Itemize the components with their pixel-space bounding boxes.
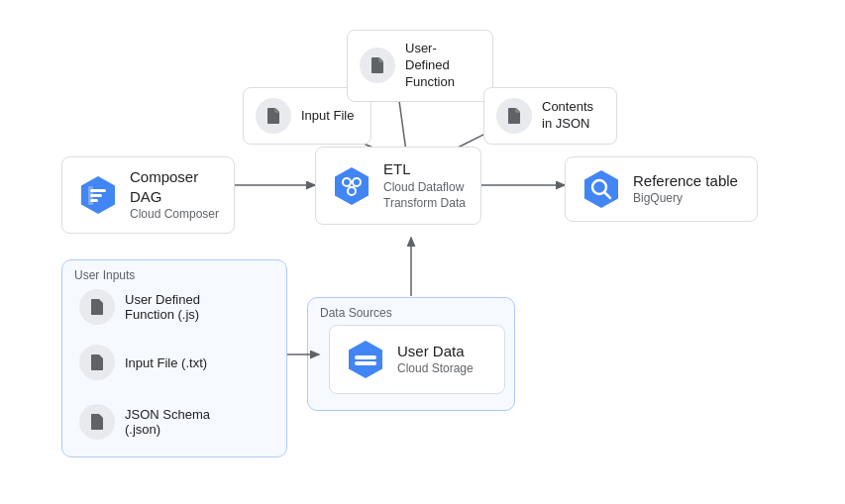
user-data-subtitle: Cloud Storage [397,360,474,377]
svg-rect-25 [355,361,376,365]
contents-json-title: Contents [542,99,593,116]
etl-subtitle2: Transform Data [383,195,466,212]
reference-table-subtitle: BigQuery [633,190,738,207]
input-file-text: Input File [301,108,354,125]
udf-title: User-Defined [405,41,480,74]
svg-rect-12 [88,186,93,205]
json-schema-line1: JSON Schema [125,407,210,422]
input-file-icon [256,98,291,134]
composer-dag-subtitle: Cloud Composer [130,206,220,223]
json-schema-text: JSON Schema (.json) [125,407,210,437]
etl-icon [330,164,373,208]
reference-table-text: Reference table BigQuery [633,171,738,207]
user-data-text: User Data Cloud Storage [397,342,474,377]
reference-table-icon [580,167,623,211]
composer-dag-icon [76,173,120,217]
user-inputs-item-2: Input File (.txt) [79,345,207,380]
udf-js-line1: User Defined [125,292,200,307]
user-inputs-label: User Inputs [74,268,135,282]
input-file-title: Input File [301,108,354,125]
reference-table-title: Reference table [633,171,738,191]
reference-table-node: Reference table BigQuery [565,156,758,222]
data-sources-label: Data Sources [320,306,392,320]
contents-json-text: Contents in JSON [542,99,593,133]
udf-text: User-Defined Function [405,41,480,91]
user-data-icon [344,338,387,381]
etl-title: ETL [383,159,466,179]
contents-json-icon [496,98,532,134]
svg-marker-20 [584,170,618,208]
udf-js-line2: Function (.js) [125,307,200,322]
input-txt-label: Input File (.txt) [125,355,207,370]
udf-js-text: User Defined Function (.js) [125,292,200,322]
composer-dag-node: Composer DAG Cloud Composer [61,156,235,234]
json-schema-icon [79,404,115,440]
diagram-container: User Inputs Data Sources [0,0,845,504]
udf-title2: Function [405,74,480,91]
input-txt-icon [79,345,115,380]
user-inputs-item-3: JSON Schema (.json) [79,404,210,440]
user-data-title: User Data [397,342,474,361]
svg-rect-24 [355,355,376,359]
udf-js-icon [79,289,115,325]
user-inputs-item-1: User Defined Function (.js) [79,289,200,325]
json-schema-line2: (.json) [125,422,210,437]
contents-json-title2: in JSON [542,116,593,133]
svg-line-18 [350,185,351,187]
etl-node: ETL Cloud Dataflow Transform Data [315,147,481,225]
user-data-node: User Data Cloud Storage [329,325,505,394]
contents-json-node: Contents in JSON [483,87,617,145]
user-defined-function-node: User-Defined Function [347,30,493,102]
svg-line-19 [354,185,355,187]
udf-icon [360,48,395,83]
etl-text: ETL Cloud Dataflow Transform Data [383,159,466,212]
etl-subtitle: Cloud Dataflow [383,179,466,196]
composer-dag-title: Composer DAG [130,167,220,206]
composer-dag-text: Composer DAG Cloud Composer [130,167,220,223]
